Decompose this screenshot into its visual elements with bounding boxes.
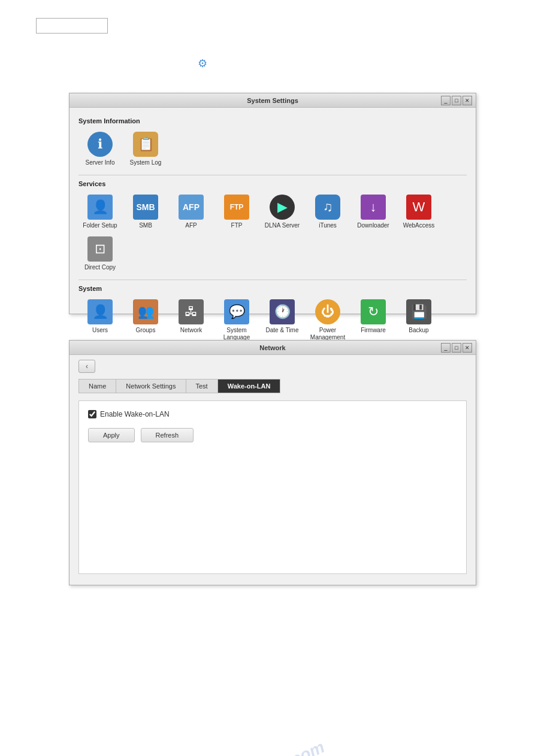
directcopy-label: Direct Copy bbox=[84, 264, 116, 271]
refresh-button[interactable]: Refresh bbox=[141, 428, 194, 442]
enable-wol-row: Enable Wake-on-LAN bbox=[88, 410, 457, 418]
power-item[interactable]: ⏻ Power Management bbox=[306, 297, 349, 344]
system-log-icon: 📋 bbox=[133, 132, 158, 157]
backup-label: Backup bbox=[409, 327, 428, 334]
itunes-icon: ♫ bbox=[315, 195, 340, 220]
webaccess-item[interactable]: W WebAccess bbox=[397, 192, 440, 232]
tab-wake-on-lan[interactable]: Wake-on-LAN bbox=[217, 379, 281, 393]
datetime-label: Date & Time bbox=[265, 327, 298, 334]
tab-test[interactable]: Test bbox=[186, 379, 217, 393]
system-settings-window: System Settings _ □ ✕ System Information… bbox=[69, 93, 476, 314]
firmware-label: Firmware bbox=[361, 327, 386, 334]
system-settings-title: System Settings bbox=[247, 97, 298, 104]
groups-icon: 👥 bbox=[133, 299, 158, 324]
network-close-button[interactable]: ✕ bbox=[463, 343, 472, 353]
datetime-icon: 🕐 bbox=[270, 299, 295, 324]
system-information-grid: ℹ Server Info 📋 System Log bbox=[78, 129, 467, 169]
window-controls: _ □ ✕ bbox=[441, 96, 472, 105]
directcopy-item[interactable]: ⊡ Direct Copy bbox=[78, 234, 122, 274]
syslang-label: System Language bbox=[223, 327, 250, 341]
network-content-area: Enable Wake-on-LAN Apply Refresh bbox=[78, 400, 467, 574]
network-label: Network bbox=[180, 327, 202, 334]
downloader-item[interactable]: ↓ Downloader bbox=[352, 192, 395, 232]
network-icon: 🖧 bbox=[179, 299, 204, 324]
dlna-label: DLNA Server bbox=[265, 222, 300, 229]
enable-wol-label: Enable Wake-on-LAN bbox=[100, 410, 170, 418]
itunes-item[interactable]: ♫ iTunes bbox=[306, 192, 349, 232]
back-button[interactable]: ‹ bbox=[78, 360, 95, 373]
search-input[interactable] bbox=[36, 18, 108, 34]
services-label: Services bbox=[78, 180, 467, 187]
folder-setup-icon: 👤 bbox=[87, 195, 113, 220]
smb-item[interactable]: SMB SMB bbox=[124, 192, 167, 232]
firmware-icon: ↻ bbox=[361, 299, 386, 324]
folder-setup-item[interactable]: 👤 Folder Setup bbox=[78, 192, 122, 232]
groups-label: Groups bbox=[136, 327, 156, 334]
system-label: System bbox=[78, 285, 467, 292]
syslang-icon: 💬 bbox=[224, 299, 249, 324]
power-icon: ⏻ bbox=[315, 299, 340, 324]
apply-button[interactable]: Apply bbox=[88, 428, 135, 442]
firmware-item[interactable]: ↻ Firmware bbox=[352, 297, 395, 344]
syslang-item[interactable]: 💬 System Language bbox=[215, 297, 258, 344]
users-item[interactable]: 👤 Users bbox=[78, 297, 122, 344]
network-tabs: Name Network Settings Test Wake-on-LAN bbox=[78, 379, 467, 393]
services-grid: 👤 Folder Setup SMB SMB AFP AFP FTP FTP ▶… bbox=[78, 192, 467, 274]
ftp-label: FTP bbox=[231, 222, 243, 229]
ftp-icon: FTP bbox=[224, 195, 249, 220]
users-icon: 👤 bbox=[87, 299, 113, 324]
downloader-label: Downloader bbox=[357, 222, 389, 229]
system-log-item[interactable]: 📋 System Log bbox=[124, 129, 167, 169]
groups-item[interactable]: 👥 Groups bbox=[124, 297, 167, 344]
enable-wol-checkbox[interactable] bbox=[88, 410, 96, 418]
network-title: Network bbox=[259, 344, 285, 351]
power-label: Power Management bbox=[310, 327, 345, 341]
afp-label: AFP bbox=[185, 222, 197, 229]
tab-network-settings[interactable]: Network Settings bbox=[116, 379, 185, 393]
network-window-controls: _ □ ✕ bbox=[441, 343, 472, 353]
ftp-item[interactable]: FTP FTP bbox=[215, 192, 258, 232]
server-info-item[interactable]: ℹ Server Info bbox=[78, 129, 122, 169]
datetime-item[interactable]: 🕐 Date & Time bbox=[261, 297, 304, 344]
downloader-icon: ↓ bbox=[361, 195, 386, 220]
server-info-icon: ℹ bbox=[87, 132, 113, 157]
smb-label: SMB bbox=[139, 222, 152, 229]
webaccess-icon: W bbox=[406, 195, 431, 220]
dlna-icon: ▶ bbox=[270, 195, 295, 220]
system-information-label: System Information bbox=[78, 117, 467, 125]
network-maximize-button[interactable]: □ bbox=[452, 343, 461, 353]
network-item[interactable]: 🖧 Network bbox=[170, 297, 213, 344]
backup-item[interactable]: 💾 Backup bbox=[397, 297, 440, 344]
network-body: ‹ Name Network Settings Test Wake-on-LAN… bbox=[69, 355, 476, 579]
system-log-label: System Log bbox=[130, 159, 162, 166]
server-info-label: Server Info bbox=[86, 159, 115, 166]
afp-icon: AFP bbox=[179, 195, 204, 220]
network-buttons: Apply Refresh bbox=[88, 428, 457, 442]
divider-2 bbox=[78, 280, 467, 280]
directcopy-icon: ⊡ bbox=[87, 236, 113, 262]
users-label: Users bbox=[92, 327, 108, 334]
divider-1 bbox=[78, 175, 467, 175]
backup-icon: 💾 bbox=[406, 299, 431, 324]
close-button[interactable]: ✕ bbox=[463, 96, 472, 105]
smb-icon: SMB bbox=[133, 195, 158, 220]
minimize-button[interactable]: _ bbox=[441, 96, 451, 105]
network-titlebar: Network _ □ ✕ bbox=[69, 341, 476, 355]
itunes-label: iTunes bbox=[319, 222, 337, 229]
dlna-item[interactable]: ▶ DLNA Server bbox=[261, 192, 304, 232]
network-window: Network _ □ ✕ ‹ Name Network Settings Te… bbox=[69, 340, 476, 585]
watermark-1: manualsarchive.com bbox=[169, 737, 328, 756]
webaccess-label: WebAccess bbox=[403, 222, 435, 229]
network-minimize-button[interactable]: _ bbox=[441, 343, 451, 353]
system-settings-titlebar: System Settings _ □ ✕ bbox=[69, 93, 476, 108]
afp-item[interactable]: AFP AFP bbox=[170, 192, 213, 232]
gear-icon: ⚙ bbox=[198, 57, 207, 70]
folder-setup-label: Folder Setup bbox=[83, 222, 117, 229]
maximize-button[interactable]: □ bbox=[452, 96, 461, 105]
tab-name[interactable]: Name bbox=[78, 379, 116, 393]
